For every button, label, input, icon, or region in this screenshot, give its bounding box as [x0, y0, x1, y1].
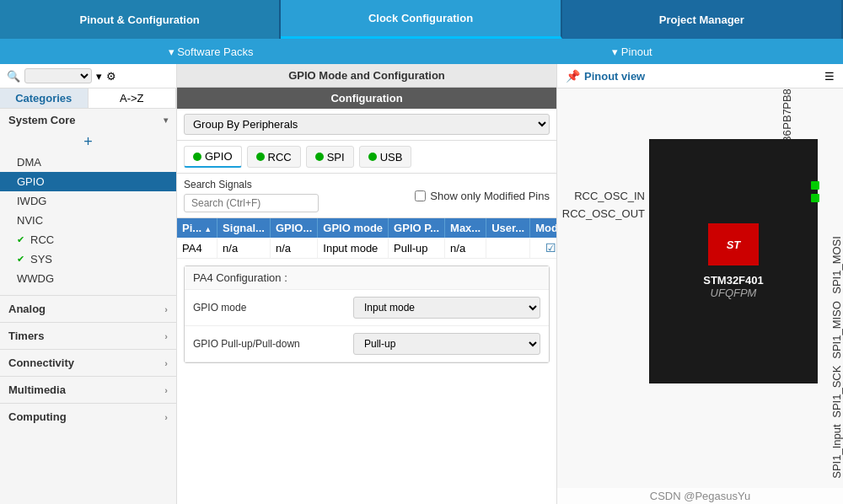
config-toolbar: Group By Peripherals: [177, 109, 556, 141]
th-gpio[interactable]: GPIO...: [270, 218, 317, 238]
gpio-status-dot: [193, 153, 201, 161]
sidebar-category-analog[interactable]: Analog ›: [0, 295, 176, 322]
ptab-spi[interactable]: SPI: [306, 146, 354, 168]
pinout-icon: 📌: [566, 69, 580, 83]
cell-max: n/a: [445, 238, 486, 259]
st-logo: ST: [708, 223, 759, 265]
add-pin-btn[interactable]: +: [0, 131, 176, 153]
search-signals-group: Search Signals: [184, 179, 319, 212]
ptab-usb[interactable]: USB: [359, 146, 412, 168]
cell-signal: n/a: [217, 238, 271, 259]
nav-project-manager[interactable]: Project Manager: [562, 0, 843, 39]
gpio-table: Pi... ▲ Signal... GPIO... GPIO mode GPIO…: [177, 218, 556, 259]
peripheral-tabs: GPIO RCC SPI USB: [177, 141, 556, 174]
chevron-right-icon: ›: [164, 385, 168, 395]
th-gpio-pullup[interactable]: GPIO P...: [389, 218, 445, 238]
right-pin-labels: SPI1_Input SPI1_SCK SPI1_MISO SPI1_MOSI: [830, 236, 843, 479]
usb-status-dot: [368, 153, 377, 161]
pa4-gpio-mode-select[interactable]: Input mode: [353, 297, 540, 319]
group-by-select[interactable]: Group By Peripherals: [184, 114, 550, 135]
pa4-config-header: PA4 Configuration :: [185, 266, 549, 290]
content-header: GPIO Mode and Configuration: [177, 64, 556, 88]
pa4-pullup-select[interactable]: Pull-up: [353, 333, 540, 355]
left-pin-labels: RCC_OSC_IN RCC_OSC_OUT: [562, 190, 645, 220]
table-row[interactable]: PA4 n/a n/a Input mode Pull-up n/a ☑: [177, 238, 556, 259]
chip-sublabel: UFQFPM: [711, 287, 757, 299]
tab-az[interactable]: A->Z: [89, 88, 177, 108]
section-system-core[interactable]: System Core ▾: [0, 109, 176, 131]
spi-status-dot: [315, 153, 324, 161]
pa4-gpio-mode-label: GPIO mode: [193, 302, 345, 314]
sidebar-item-wwdg[interactable]: WWDG: [0, 269, 176, 288]
green-pins-left: [811, 181, 819, 202]
pinout-panel: 📌 Pinout view ☰ PB8 PB7 PB6 PHD PC15 PC1…: [556, 64, 843, 504]
gpio-table-container: Pi... ▲ Signal... GPIO... GPIO mode GPIO…: [177, 218, 556, 259]
search-signals-label: Search Signals: [184, 179, 319, 190]
sidebar-item-nvic[interactable]: NVIC: [0, 211, 176, 230]
nav-pinout-config[interactable]: Pinout & Configuration: [0, 0, 281, 39]
search-signals-input[interactable]: [184, 194, 319, 212]
cell-mode: Input mode: [318, 238, 389, 259]
signal-search-bar: Search Signals Show only Modified Pins: [177, 174, 556, 218]
sidebar-category-computing[interactable]: Computing ›: [0, 403, 176, 430]
chevron-right-icon: ›: [164, 331, 168, 341]
show-modified-checkbox[interactable]: [415, 190, 426, 201]
chip-label: STM32F401: [703, 274, 764, 287]
sidebar-item-rcc[interactable]: RCC: [0, 230, 176, 249]
pa4-pullup-row: GPIO Pull-up/Pull-down Pull-up: [185, 326, 549, 362]
search-icon: 🔍: [7, 70, 20, 83]
chevron-right-icon: ›: [164, 358, 168, 368]
cell-user: [486, 238, 530, 259]
chevron-right-icon: ›: [164, 304, 168, 314]
sidebar-item-gpio[interactable]: GPIO: [0, 172, 176, 191]
th-pin[interactable]: Pi... ▲: [177, 218, 217, 238]
pinout-header-left: 📌 Pinout view: [566, 69, 645, 83]
th-user[interactable]: User...: [486, 218, 530, 238]
pin-label-spi1-sck: SPI1_SCK: [830, 366, 843, 418]
cell-mod[interactable]: ☑: [530, 238, 556, 259]
sidebar-search-row: 🔍 ▾ ⚙: [0, 64, 176, 88]
sidebar-item-sys[interactable]: SYS: [0, 249, 176, 269]
pin-label-pb7: PB7: [781, 110, 793, 131]
pa4-gpio-mode-row: GPIO mode Input mode: [185, 290, 549, 326]
sidebar-item-dma[interactable]: DMA: [0, 153, 176, 172]
pin-indicator: [811, 194, 819, 202]
nav-clock-config[interactable]: Clock Configuration: [281, 0, 561, 39]
table-header-row: Pi... ▲ Signal... GPIO... GPIO mode GPIO…: [177, 218, 556, 238]
main-layout: 🔍 ▾ ⚙ Categories A->Z System Core ▾ + DM…: [0, 64, 843, 504]
pa4-config-section: PA4 Configuration : GPIO mode Input mode…: [184, 265, 550, 363]
settings-icon[interactable]: ⚙: [106, 70, 116, 83]
pinout-view-label: Pinout view: [584, 70, 645, 83]
ptab-gpio[interactable]: GPIO: [184, 146, 242, 168]
pin-label-rcc-osc-in: RCC_OSC_IN: [562, 190, 645, 202]
sidebar-category-connectivity[interactable]: Connectivity ›: [0, 349, 176, 376]
pa4-pullup-label: GPIO Pull-up/Pull-down: [193, 338, 345, 350]
sidebar-category-multimedia[interactable]: Multimedia ›: [0, 376, 176, 403]
pin-label-spi1-mosi: SPI1_MOSI: [830, 236, 843, 294]
sidebar-search-select[interactable]: [24, 68, 92, 83]
sidebar-item-iwdg[interactable]: IWDG: [0, 191, 176, 211]
pinout-header: 📌 Pinout view ☰: [557, 64, 843, 88]
sub-nav-pinout[interactable]: ▾ Pinout: [422, 39, 843, 64]
cell-gpio: n/a: [270, 238, 317, 259]
chip-body: ST STM32F401 UFQFPM: [649, 139, 818, 383]
list-view-icon[interactable]: ☰: [824, 70, 835, 83]
sub-nav-software-packs[interactable]: ▾ Software Packs: [0, 39, 422, 64]
ptab-rcc[interactable]: RCC: [247, 146, 301, 168]
chevron-right-icon: ›: [164, 412, 168, 422]
pin-label-pb8: PB8: [781, 88, 797, 110]
sidebar-tabs: Categories A->Z: [0, 88, 176, 109]
sidebar-category-timers[interactable]: Timers ›: [0, 322, 176, 349]
content-area: GPIO Mode and Configuration Configuratio…: [177, 64, 556, 504]
top-navigation: Pinout & Configuration Clock Configurati…: [0, 0, 843, 39]
pin-label-spi1-miso: SPI1_MISO: [830, 301, 843, 359]
rcc-status-dot: [256, 153, 265, 161]
sub-navigation: ▾ Software Packs ▾ Pinout: [0, 39, 843, 64]
chevron-down-icon: ▾: [164, 115, 168, 125]
th-signal[interactable]: Signal...: [217, 218, 271, 238]
pin-label-rcc-osc-out: RCC_OSC_OUT: [562, 207, 645, 220]
th-max[interactable]: Max...: [445, 218, 486, 238]
th-mod[interactable]: Mod...: [530, 218, 556, 238]
tab-categories[interactable]: Categories: [0, 88, 89, 108]
th-gpio-mode[interactable]: GPIO mode: [318, 218, 389, 238]
